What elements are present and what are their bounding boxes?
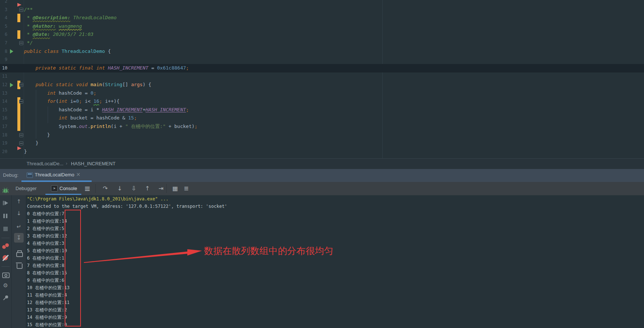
console-output[interactable]: "C:\Program Files\Java\jdk1.8.0_201\bin\…: [27, 195, 640, 328]
debugger-toolbar: Debugger > Console ≡ ↷↓⇩↑⇥▦≣: [0, 182, 644, 195]
pin-tab-icon[interactable]: [1, 294, 10, 302]
gutter-line-number: 15: [0, 106, 7, 114]
changed-lines-marker: [17, 122, 20, 131]
gutter-line-number: 12: [0, 81, 7, 89]
breadcrumb-member[interactable]: HASH_INCREMENT: [71, 161, 116, 166]
gutter-line-number: 7: [0, 39, 7, 47]
console-bucket-line: 3 在桶中的位置:12: [27, 232, 67, 240]
code-token: ;: [93, 90, 96, 96]
console-bucket-line: 15 在桶中的位置:0: [27, 321, 67, 328]
resume-program-icon[interactable]: [1, 199, 10, 207]
console-bucket-line: 8 在桶中的位置:15: [27, 269, 67, 277]
gutter-line-number: 9: [0, 55, 7, 64]
tab-console[interactable]: > Console: [51, 182, 82, 195]
code-token: ) {: [143, 82, 151, 87]
code-token: i<: [82, 98, 93, 104]
pause-program-icon[interactable]: [1, 212, 10, 220]
gutter-line-number: 11: [0, 72, 7, 81]
annotation-box: [65, 210, 81, 327]
toolbar-group-separator: [1, 266, 10, 267]
code-token: */: [24, 40, 33, 45]
console-command-line: "C:\Program Files\Java\jdk1.8.0_201\bin\…: [27, 195, 168, 203]
layout-settings-icon[interactable]: ≣: [182, 184, 191, 193]
mute-breakpoints-icon[interactable]: [1, 254, 10, 262]
close-icon[interactable]: ✕: [76, 172, 81, 177]
gutter-line-number: 18: [0, 131, 7, 139]
code-editor[interactable]: 23/**4 * @Description: ThreadLocalDemo5 …: [0, 0, 644, 158]
rerun-debugger-icon[interactable]: [1, 186, 10, 195]
print-console-icon[interactable]: [15, 249, 23, 257]
breadcrumb-file[interactable]: ThreadLocalDe...: [27, 161, 64, 166]
console-bucket-line: 1 在桶中的位置:14: [27, 217, 67, 225]
console-bucket-line: 6 在桶中的位置:1: [27, 254, 64, 262]
fold-start-icon[interactable]: [19, 83, 23, 87]
code-token: (: [102, 82, 105, 87]
annotation-text: 数据在散列数组中的分布很均匀: [204, 245, 333, 257]
run-to-cursor-icon[interactable]: ⇥: [157, 184, 166, 193]
code-token: [24, 90, 47, 96]
toolbar-separator: [95, 184, 96, 193]
code-token: ;: [186, 65, 189, 71]
code-token: hashCode =: [59, 90, 91, 96]
view-breakpoints-icon[interactable]: [1, 242, 10, 250]
code-token: 0: [76, 98, 79, 104]
code-token: }: [24, 149, 27, 154]
code-line: for(int i=0; i< 16; i++){: [24, 97, 119, 106]
gutter-line-number: 5: [0, 22, 7, 31]
clear-console-icon[interactable]: [15, 261, 23, 269]
code-token: +: [143, 107, 146, 112]
code-token: }: [24, 140, 38, 146]
stop-program-icon[interactable]: [1, 225, 10, 233]
code-token: ;: [195, 124, 198, 129]
more-options-icon[interactable]: ≡: [83, 184, 92, 193]
run-method-icon[interactable]: [10, 83, 13, 87]
gutter-line-number: 10: [0, 64, 7, 72]
code-line: * @Description: ThreadLocalDemo: [24, 14, 116, 22]
console-bucket-line: 14 在桶中的位置:9: [27, 314, 67, 321]
code-token: private static final int: [35, 65, 108, 71]
code-token: out: [79, 124, 88, 129]
settings-gear-icon[interactable]: ⚙: [1, 281, 10, 290]
code-token: " 在桶中的位置:": [125, 124, 166, 129]
code-token: int: [47, 90, 59, 96]
gutter-line-number: 16: [0, 114, 7, 122]
run-method-icon[interactable]: [10, 49, 13, 54]
step-out-icon[interactable]: ↑: [143, 184, 152, 193]
gutter-line-number: 8: [0, 47, 7, 56]
scroll-to-end-icon[interactable]: ↧: [14, 233, 24, 243]
soft-wrap-icon[interactable]: ↵: [15, 223, 23, 231]
code-line: private static final int HASH_INCREMENT …: [24, 64, 189, 72]
fold-start-icon[interactable]: [19, 8, 23, 12]
fold-end-icon[interactable]: [19, 41, 23, 45]
down-the-stack-trace-icon[interactable]: ↓: [15, 209, 23, 217]
console-bucket-line: 7 在桶中的位置:8: [27, 262, 64, 269]
code-token: (i +: [111, 124, 125, 129]
code-token: []: [122, 82, 131, 87]
code-line: System.out.println(i + " 在桶中的位置:" + buck…: [24, 122, 197, 131]
step-into-icon[interactable]: ↓: [115, 184, 124, 193]
code-token: =: [149, 65, 157, 71]
toolbar-separator: [166, 184, 167, 193]
code-token: String: [105, 82, 122, 87]
fold-end-icon[interactable]: [19, 133, 23, 137]
fold-end-icon[interactable]: [19, 141, 23, 145]
code-token: [24, 115, 59, 121]
code-token: [24, 124, 59, 129]
code-token: 2020/5/7 21:03: [50, 31, 93, 37]
evaluate-expression-icon[interactable]: ▦: [171, 184, 180, 193]
code-token: i++){: [102, 98, 119, 104]
debug-panel-header: Debug: ThreadLocalDemo ✕: [0, 169, 644, 182]
force-step-into-icon[interactable]: ⇩: [129, 184, 138, 193]
console-bucket-line: 13 在桶中的位置:2: [27, 306, 67, 314]
code-token: ;: [79, 98, 82, 104]
code-token: /**: [24, 7, 33, 12]
thread-dump-camera-icon[interactable]: [1, 270, 10, 278]
fold-start-icon[interactable]: [19, 99, 23, 104]
code-token: wangmeng: [59, 23, 82, 29]
tab-debugger[interactable]: Debugger: [16, 182, 41, 195]
code-token: 0: [91, 90, 93, 96]
step-over-icon[interactable]: ↷: [101, 184, 110, 193]
gutter-line-number: 4: [0, 14, 7, 22]
up-the-stack-trace-icon[interactable]: ↑: [15, 197, 23, 206]
changed-lines-marker: [17, 106, 20, 114]
